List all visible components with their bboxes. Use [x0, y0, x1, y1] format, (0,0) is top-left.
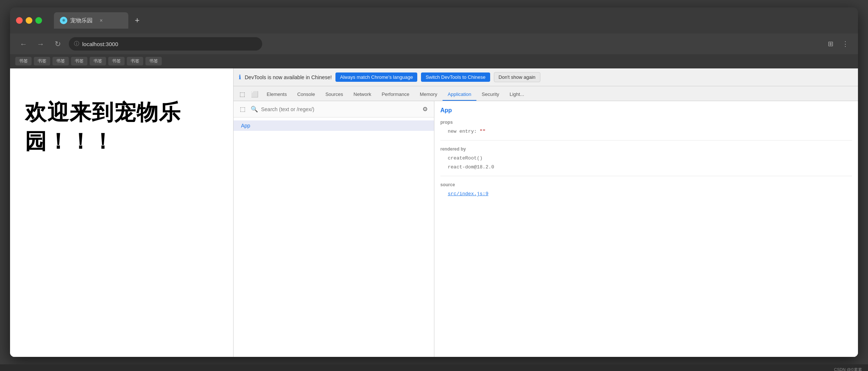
page-content: 欢迎来到宠物乐园！！！: [10, 68, 233, 357]
bottom-bar: CSDN @©素素: [0, 364, 868, 371]
page-heading: 欢迎来到宠物乐园！！！: [25, 98, 218, 156]
tab-network[interactable]: Network: [348, 88, 377, 101]
source-entry[interactable]: src/index.js:9: [440, 190, 852, 198]
forward-button[interactable]: →: [35, 38, 46, 50]
translate-icon[interactable]: ⊞: [825, 39, 836, 49]
tab-lighthouse[interactable]: Light...: [504, 88, 529, 101]
devtools-tabs: ⬚ ⬜ Elements Console Sources Network Per…: [234, 86, 858, 101]
tab-favicon: ⚛: [60, 17, 67, 24]
reload-button[interactable]: ↻: [52, 38, 64, 50]
tab-title: 宠物乐园: [70, 17, 93, 24]
new-tab-button[interactable]: +: [131, 14, 144, 27]
prop-value: "": [480, 129, 486, 134]
main-area: 欢迎来到宠物乐园！！！ ℹ DevTools is now available …: [10, 68, 858, 357]
match-language-button[interactable]: Always match Chrome's language: [335, 72, 417, 82]
tab-elements[interactable]: Elements: [261, 88, 292, 101]
rendered-by-react-dom: react-dom@18.2.0: [440, 163, 852, 171]
bookmark-5[interactable]: 书签: [90, 57, 106, 65]
minimize-button[interactable]: [26, 17, 32, 24]
tab-application[interactable]: Application: [443, 88, 477, 101]
bookmark-3[interactable]: 书签: [52, 57, 69, 65]
component-item-app[interactable]: App: [234, 120, 434, 131]
devtools-notification-bar: ℹ DevTools is now available in Chinese! …: [234, 68, 858, 86]
dont-show-again-button[interactable]: Don't show again: [494, 72, 540, 82]
address-bar: ← → ↻ ⓘ localhost:3000 ⊞ ⋮: [10, 33, 858, 54]
rendered-by-section-title: rendered by: [440, 146, 852, 152]
props-entry: new entry: "": [440, 127, 852, 136]
search-icon: 🔍: [251, 106, 258, 113]
active-tab[interactable]: ⚛ 宠物乐园 ×: [54, 12, 128, 29]
tab-bar: ⚛ 宠物乐园 × +: [54, 12, 852, 29]
divider-2: [440, 176, 852, 176]
url-security-icon: ⓘ: [74, 41, 79, 47]
tab-close-button[interactable]: ×: [98, 17, 105, 24]
search-bar: ⬚ 🔍 ⚙: [234, 101, 434, 117]
component-list: App: [234, 117, 434, 357]
url-bar[interactable]: ⓘ localhost:3000: [69, 37, 262, 51]
component-name-label: App: [440, 107, 852, 114]
bookmark-2[interactable]: 书签: [34, 57, 50, 65]
element-selector-icon[interactable]: ⬚: [237, 104, 248, 114]
bookmark-1[interactable]: 书签: [15, 57, 32, 65]
notification-text: DevTools is now available in Chinese!: [245, 74, 332, 80]
bookmark-8[interactable]: 书签: [145, 57, 162, 65]
source-section-title: source: [440, 182, 852, 187]
url-text: localhost:3000: [82, 41, 118, 47]
tab-memory[interactable]: Memory: [415, 88, 443, 101]
search-input[interactable]: [261, 106, 417, 112]
component-details-panel: App props new entry: "" rendered by crea…: [434, 101, 858, 357]
close-button[interactable]: [16, 17, 23, 24]
device-toolbar-icon[interactable]: ⬜: [248, 88, 261, 101]
tab-console[interactable]: Console: [292, 88, 320, 101]
switch-to-chinese-button[interactable]: Switch DevTools to Chinese: [421, 72, 490, 82]
create-root-label: createRoot(): [448, 155, 483, 161]
tab-security[interactable]: Security: [476, 88, 504, 101]
title-bar: ⚛ 宠物乐园 × +: [10, 7, 858, 33]
browser-window: ⚛ 宠物乐园 × + ← → ↻ ⓘ localhost:3000 ⊞ ⋮ 书签…: [10, 7, 858, 357]
maximize-button[interactable]: [35, 17, 42, 24]
traffic-lights: [16, 17, 42, 24]
component-tree-panel: ⬚ 🔍 ⚙ App: [234, 101, 434, 357]
devtools-body: ⬚ 🔍 ⚙ App App props new entry: ": [234, 101, 858, 357]
bookmarks-bar: 书签 书签 书签 书签 书签 书签 书签 书签: [10, 54, 858, 68]
element-picker-icon[interactable]: ⬚: [237, 88, 248, 101]
toolbar-icons: ⊞ ⋮: [825, 39, 851, 49]
bookmark-7[interactable]: 书签: [127, 57, 143, 65]
back-button[interactable]: ←: [17, 38, 29, 50]
react-dom-label: react-dom@18.2.0: [448, 164, 494, 170]
bookmark-6[interactable]: 书签: [108, 57, 125, 65]
devtools-panel: ℹ DevTools is now available in Chinese! …: [233, 68, 858, 357]
search-settings-icon[interactable]: ⚙: [420, 104, 430, 114]
props-section-title: props: [440, 120, 852, 125]
bookmark-4[interactable]: 书签: [71, 57, 87, 65]
notification-icon: ℹ: [239, 74, 241, 81]
tab-performance[interactable]: Performance: [376, 88, 414, 101]
settings-icon[interactable]: ⋮: [840, 39, 851, 49]
source-link[interactable]: src/index.js:9: [448, 191, 488, 197]
tab-sources[interactable]: Sources: [320, 88, 348, 101]
divider-1: [440, 140, 852, 141]
bottom-text: CSDN @©素素: [834, 367, 862, 371]
rendered-by-create-root: createRoot(): [440, 154, 852, 162]
prop-key: new entry:: [448, 129, 480, 134]
